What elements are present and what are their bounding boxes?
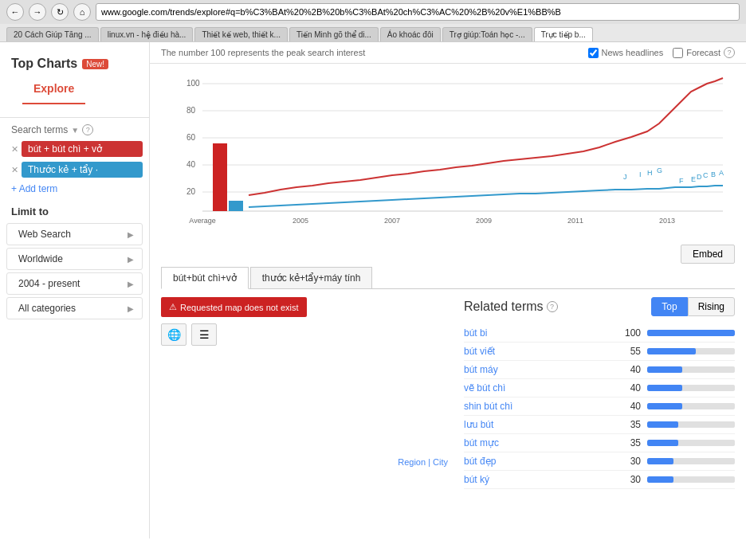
map-controls: 🌐 ☰ xyxy=(161,323,448,346)
filter-worldwide[interactable]: Worldwide ▶ xyxy=(6,248,143,270)
related-bar-0 xyxy=(647,330,735,336)
forecast-help-icon[interactable]: ? xyxy=(724,47,735,58)
map-list-button[interactable]: ☰ xyxy=(191,323,217,346)
browser-tab-6[interactable]: Trợ giúp:Toán học -... xyxy=(442,27,532,41)
red-trend-line xyxy=(249,78,723,195)
browser-tab-4[interactable]: Tiến Minh gõ thể di... xyxy=(289,27,379,41)
related-term-name-6[interactable]: bút mực xyxy=(464,437,613,448)
map-error-text: Requested map does not exist xyxy=(180,303,299,312)
add-term-button[interactable]: + Add term xyxy=(0,180,149,198)
related-term-name-5[interactable]: lưu bút xyxy=(464,419,613,430)
related-term-name-7[interactable]: bút đẹp xyxy=(464,456,613,467)
related-term-name-8[interactable]: bút ký xyxy=(464,474,613,485)
blue-trend-line xyxy=(249,186,723,207)
filter-date[interactable]: 2004 - present ▶ xyxy=(6,272,143,295)
related-row-5: lưu bút 35 xyxy=(464,416,735,434)
related-term-name-2[interactable]: bút máy xyxy=(464,364,613,375)
related-row-7: bút đẹp 30 xyxy=(464,452,735,471)
y-label-80: 80 xyxy=(186,106,196,115)
filter-categories[interactable]: All categories ▶ xyxy=(6,297,143,319)
x-label-2013: 2013 xyxy=(659,217,675,225)
related-term-name-1[interactable]: bút viết xyxy=(464,346,613,357)
related-term-value-7: 30 xyxy=(613,456,641,467)
new-badge: New! xyxy=(82,59,108,69)
browser-tabs: 20 Cách Giúp Tăng ... linux.vn - hệ điều… xyxy=(0,24,746,41)
term-remove-1[interactable]: ✕ xyxy=(11,144,18,155)
related-bar-container-6 xyxy=(647,440,735,446)
related-term-name-3[interactable]: vẽ bút chì xyxy=(464,382,613,394)
x-label-2009: 2009 xyxy=(476,217,492,225)
home-button[interactable]: ⌂ xyxy=(73,3,91,21)
forecast-checkbox[interactable] xyxy=(673,48,683,58)
filter-categories-arrow: ▶ xyxy=(128,304,134,313)
related-term-name-4[interactable]: shin bút chì xyxy=(464,401,613,412)
back-button[interactable]: ← xyxy=(6,3,24,21)
term-tab-1[interactable]: bút+bút chì+vở xyxy=(161,267,249,289)
city-label[interactable]: City xyxy=(433,457,448,467)
related-bar-7 xyxy=(647,458,673,464)
filter-date-label: 2004 - present xyxy=(18,278,80,289)
related-row-8: bút ký 30 xyxy=(464,471,735,489)
explore-label[interactable]: Explore xyxy=(22,77,85,104)
related-terms-help-icon[interactable]: ? xyxy=(547,301,558,312)
browser-tab-5[interactable]: Áo khoác đôi xyxy=(380,27,441,41)
search-terms-help-icon[interactable]: ? xyxy=(82,124,93,135)
svg-text:J: J xyxy=(623,173,627,181)
svg-text:F: F xyxy=(679,177,684,185)
rising-button[interactable]: Rising xyxy=(688,297,735,316)
term-tab-2[interactable]: thước kẻ+tẩy+máy tính xyxy=(250,267,373,288)
related-term-value-3: 40 xyxy=(613,382,641,394)
embed-btn-row: Embed xyxy=(150,241,746,267)
related-bar-container-3 xyxy=(647,385,735,391)
browser-tab-7[interactable]: Trực tiếp b... xyxy=(534,27,593,41)
related-bar-container-1 xyxy=(647,348,735,354)
trend-chart: 100 80 60 40 20 Average 2005 2007 2009 2… xyxy=(161,72,735,231)
x-label-2007: 2007 xyxy=(384,217,400,225)
related-title: Related terms ? xyxy=(464,300,558,314)
region-label[interactable]: Region xyxy=(398,457,426,467)
related-term-name-0[interactable]: bút bi xyxy=(464,327,613,339)
svg-text:H: H xyxy=(647,169,653,177)
related-bar-container-4 xyxy=(647,403,735,409)
related-term-value-2: 40 xyxy=(613,364,641,375)
related-terms-list: bút bi 100 bút viết 55 xyxy=(464,324,735,489)
browser-tab-1[interactable]: 20 Cách Giúp Tăng ... xyxy=(6,27,99,41)
term-remove-2[interactable]: ✕ xyxy=(11,165,18,175)
related-row-3: vẽ bút chì 40 xyxy=(464,379,735,397)
filter-date-arrow: ▶ xyxy=(128,280,134,288)
filter-worldwide-label: Worldwide xyxy=(18,253,63,264)
news-headlines-checkbox[interactable] xyxy=(588,48,599,58)
forecast-label: Forecast xyxy=(686,48,720,57)
map-globe-button[interactable]: 🌐 xyxy=(161,323,186,346)
related-bar-container-7 xyxy=(647,458,735,464)
term-pill-2[interactable]: Thước kẻ + tẩy · xyxy=(22,162,143,178)
url-bar[interactable] xyxy=(96,3,740,21)
x-label-avg: Average xyxy=(189,217,215,225)
related-row-1: bút viết 55 xyxy=(464,343,735,361)
y-label-60: 60 xyxy=(186,133,196,142)
term-pill-1[interactable]: bút + bút chì + vở xyxy=(22,141,143,157)
related-row-6: bút mực 35 xyxy=(464,434,735,452)
forecast-check[interactable]: Forecast ? xyxy=(673,47,735,58)
browser-tab-3[interactable]: Thiết kế web, thiết k... xyxy=(194,27,288,41)
top-charts-label: Top Charts xyxy=(11,57,77,71)
filter-worldwide-arrow: ▶ xyxy=(128,255,134,264)
top-charts-section: Top Charts New! xyxy=(0,50,149,77)
filter-web-search-label: Web Search xyxy=(18,229,71,240)
sidebar: Top Charts New! Explore Search terms ▼ ?… xyxy=(0,42,150,538)
filter-web-search[interactable]: Web Search ▶ xyxy=(6,223,143,245)
news-headlines-label: News headlines xyxy=(602,48,664,57)
region-city: Region | City xyxy=(161,457,448,467)
related-term-value-0: 100 xyxy=(613,327,641,339)
svg-text:E: E xyxy=(691,175,696,183)
forward-button[interactable]: → xyxy=(29,3,46,21)
y-label-100: 100 xyxy=(186,79,200,88)
news-headlines-check[interactable]: News headlines xyxy=(588,48,664,58)
browser-tab-2[interactable]: linux.vn - hệ điều hà... xyxy=(100,27,194,41)
related-bar-4 xyxy=(647,403,682,409)
bottom-section: ⚠ Requested map does not exist 🌐 ☰ Regio… xyxy=(150,289,746,497)
reload-button[interactable]: ↻ xyxy=(51,3,69,21)
top-button[interactable]: Top xyxy=(651,297,687,316)
map-area: ⚠ Requested map does not exist 🌐 ☰ Regio… xyxy=(161,297,448,489)
embed-button[interactable]: Embed xyxy=(681,245,735,264)
